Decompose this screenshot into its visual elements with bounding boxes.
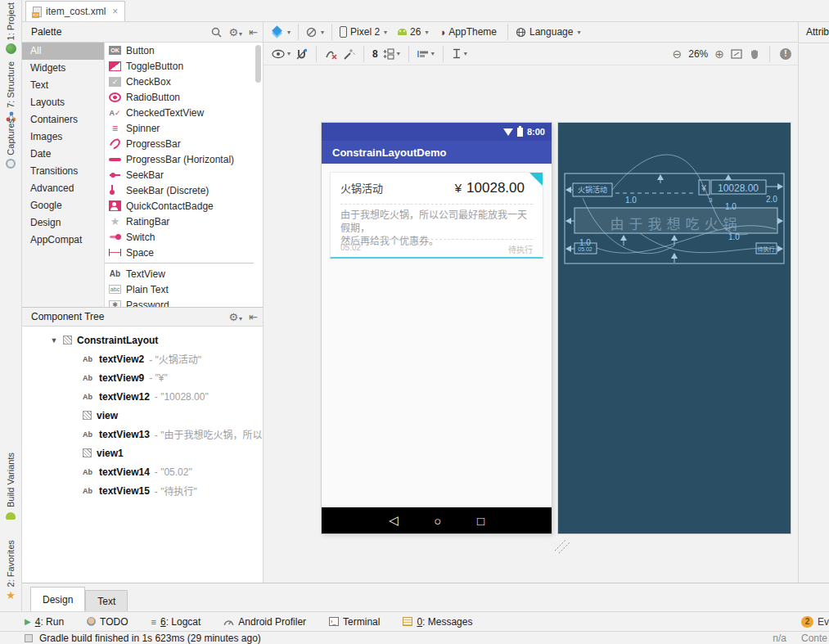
palette-item[interactable]: AbTextView <box>105 266 254 281</box>
palette-category-all[interactable]: All <box>22 43 104 60</box>
palette-category-layouts[interactable]: Layouts <box>22 94 104 111</box>
toolwindow--logcat[interactable]: ≡6: Logcat <box>151 616 201 628</box>
stripe-structure[interactable]: 7: Structure <box>0 61 21 122</box>
palette-category-images[interactable]: Images <box>22 128 104 146</box>
align-selector[interactable]: ▾ <box>417 49 435 59</box>
stripe-build-variants[interactable]: Build Variants <box>0 453 21 520</box>
zoom-in-button[interactable]: ⊕ <box>714 47 724 61</box>
guideline-selector[interactable]: ▾ <box>452 48 467 59</box>
palette-item[interactable]: ToggleButton <box>105 58 254 74</box>
phone-design-preview[interactable]: 8:00 ConstrainLayoutDemo 火锅活动 ¥ 10028.00… <box>322 123 552 534</box>
palette-item[interactable]: ✓CheckBox <box>105 74 254 89</box>
palette-item[interactable]: RadioButton <box>105 89 254 105</box>
palette-item[interactable]: Space <box>105 245 254 260</box>
orientation-selector[interactable]: ▾ <box>306 27 324 38</box>
palette-category-design[interactable]: Design <box>22 214 104 232</box>
status-message: Gradle build finished in 1s 623ms (29 mi… <box>39 633 261 644</box>
pack-selector[interactable]: ▾ <box>383 48 400 60</box>
search-icon[interactable] <box>211 27 222 38</box>
api-selector[interactable]: 26 ▾ <box>398 26 428 38</box>
pack-icon <box>383 48 394 60</box>
hide-panel-icon[interactable]: ⇤ <box>249 26 258 38</box>
editor-tab-item-cost[interactable]: item_cost.xml × <box>25 1 125 21</box>
zoom-out-button[interactable]: ⊖ <box>673 47 683 61</box>
nav-back-icon[interactable]: ◁ <box>389 513 399 528</box>
issues-icon[interactable]: ! <box>780 48 791 60</box>
palette-category-google[interactable]: Google <box>22 197 104 214</box>
palette-item-label: ProgressBar <box>126 138 181 150</box>
palette-category-containers[interactable]: Containers <box>22 111 104 128</box>
plaintext-icon: abc <box>109 285 121 294</box>
theme-selector[interactable]: ◑ AppTheme <box>439 26 497 38</box>
tree-row-view[interactable]: view <box>22 406 263 425</box>
stripe-project[interactable]: 1: Project <box>0 2 21 54</box>
palette-settings[interactable]: ⚙▾ <box>228 26 242 38</box>
tab-text[interactable]: Text <box>85 590 128 611</box>
tree-row-textView14[interactable]: AbtextView14- "05.02" <box>22 462 263 481</box>
blueprint-view[interactable]: 火锅活动 ¥ 10028.00 由于我想吃火锅 05.02 待执行 1.0 1.… <box>558 123 791 534</box>
palette-item[interactable]: Switch <box>105 229 254 245</box>
palette-category-appcompat[interactable]: AppCompat <box>22 232 104 249</box>
palette-item[interactable]: ★RatingBar <box>105 214 254 229</box>
palette-item[interactable]: OKButton <box>105 43 254 58</box>
palette-category-advanced[interactable]: Advanced <box>22 180 104 197</box>
card-description[interactable]: 由于我想吃火锅，所以公司最好能放我一天假期， 然后再给我个优惠券。 <box>340 209 533 248</box>
close-tab-icon[interactable]: × <box>112 6 118 17</box>
pan-hand-icon[interactable] <box>749 48 759 60</box>
expander-icon[interactable]: ▼ <box>50 336 58 345</box>
palette-item[interactable]: SeekBar (Discrete) <box>105 182 254 198</box>
toolwindow--run[interactable]: ▶4: Run <box>25 616 64 628</box>
infer-constraints[interactable] <box>343 48 355 60</box>
palette-category-widgets[interactable]: Widgets <box>22 60 104 77</box>
zoom-to-fit-icon[interactable] <box>731 49 742 59</box>
palette-item[interactable]: A✓CheckedTextView <box>105 105 254 120</box>
palette-category-transitions[interactable]: Transitions <box>22 163 104 180</box>
tree-settings[interactable]: ⚙▾ <box>228 311 242 323</box>
tree-row-textView9[interactable]: AbtextView9- "¥" <box>22 368 263 387</box>
chevron-down-icon: ▾ <box>239 315 242 322</box>
stripe-captures[interactable]: Captures <box>0 119 21 169</box>
nav-recents-icon[interactable]: □ <box>477 514 484 528</box>
card-title[interactable]: 火锅活动 <box>340 180 383 196</box>
card-date[interactable]: 05.02 <box>340 243 361 255</box>
tree-row-textView12[interactable]: AbtextView12- "10028.00" <box>22 387 263 406</box>
item-card[interactable]: 火锅活动 ¥ 10028.00 由于我想吃火锅，所以公司最好能放我一天假期， 然… <box>330 172 543 259</box>
stripe-favorites[interactable]: 2: Favorites ★ <box>0 540 21 601</box>
palette-item[interactable]: ≡Spinner <box>105 120 254 136</box>
palette-item[interactable]: SeekBar <box>105 167 254 182</box>
hide-panel-icon[interactable]: ⇤ <box>249 311 258 323</box>
palette-item[interactable]: ProgressBar <box>105 136 254 151</box>
device-selector[interactable]: Pixel 2 ▾ <box>340 26 387 38</box>
palette-category-text[interactable]: Text <box>22 77 104 94</box>
card-status[interactable]: 待执行 <box>508 243 533 255</box>
palette-item[interactable]: QuickContactBadge <box>105 198 254 214</box>
clear-constraints[interactable] <box>325 48 338 60</box>
toolwindow-android-profiler[interactable]: Android Profiler <box>223 616 306 628</box>
tree-row-ConstraintLayout[interactable]: ▼ConstraintLayout <box>22 331 263 349</box>
palette-item[interactable]: abcPlain Text <box>105 281 254 297</box>
tree-row-textView15[interactable]: AbtextView15- "待执行" <box>22 481 263 500</box>
card-price[interactable]: ¥ 10028.00 <box>455 180 525 196</box>
toolwindow-terminal[interactable]: ›_Terminal <box>329 616 380 628</box>
view-options[interactable]: ▾ <box>272 49 291 59</box>
nav-home-icon[interactable]: ○ <box>434 514 441 528</box>
design-surface-selector[interactable]: ▾ <box>272 27 291 37</box>
design-canvas[interactable]: 8:00 ConstrainLayoutDemo 火锅活动 ¥ 10028.00… <box>264 65 798 583</box>
autoconnect-toggle[interactable] <box>295 48 308 60</box>
tree-row-textView2[interactable]: AbtextView2- "火锅活动" <box>22 349 263 368</box>
tree-row-textView13[interactable]: AbtextView13- "由于我想吃火锅，所以公司 <box>22 425 263 444</box>
event-log-button[interactable]: 2 Ev <box>801 616 829 628</box>
palette-scrollbar[interactable] <box>254 43 264 307</box>
canvas-resize-handle[interactable] <box>553 536 571 554</box>
tab-design[interactable]: Design <box>30 587 85 611</box>
palette-item[interactable]: ProgressBar (Horizontal) <box>105 151 254 167</box>
palette-category-date[interactable]: Date <box>22 146 104 163</box>
language-selector[interactable]: Language ▾ <box>516 26 580 38</box>
toolwindow--messages[interactable]: 0: Messages <box>403 616 472 628</box>
scrollbar-thumb[interactable] <box>255 45 261 83</box>
palette-item[interactable]: ✱Password <box>105 297 254 307</box>
tree-row-view1[interactable]: view1 <box>22 444 263 462</box>
attributes-panel[interactable]: Attributes <box>798 22 829 583</box>
toolwindow-todo[interactable]: TODO <box>87 616 128 628</box>
default-margin-value[interactable]: 8 <box>372 48 378 60</box>
